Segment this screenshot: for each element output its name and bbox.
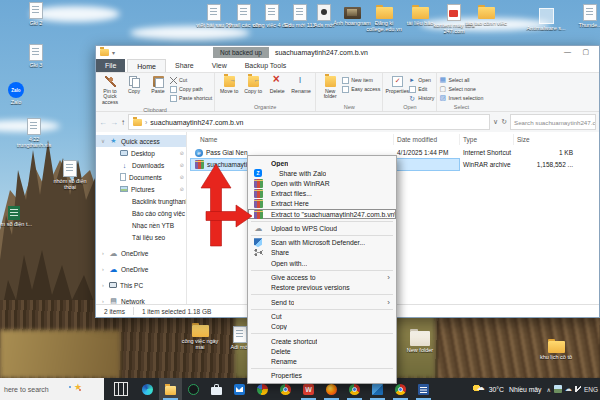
context-menu-item[interactable]: Give access to › [248,272,396,282]
chevron-icon[interactable]: › [100,266,106,272]
context-menu-item[interactable] [251,368,393,369]
paste-shortcut-button[interactable]: Paste shortcut [170,94,212,102]
paste-button[interactable]: Paste [146,74,170,94]
copy-button[interactable]: Copy [122,74,146,94]
open-button[interactable]: Open [409,76,434,84]
edit-button[interactable]: Edit [409,85,434,93]
sidebar-item-network[interactable]: › Network [96,295,186,304]
desktop-shortcut[interactable]: tào tạo công việc [464,4,508,26]
breadcrumb-path[interactable]: suachuamaytinh247.com.b.vn [150,119,243,126]
sidebar-item-this-pc[interactable]: › This PC [96,279,186,291]
breadcrumb[interactable]: › suachuamaytinh247.com.b.vn [128,114,490,130]
minimize-button[interactable]: — [564,48,571,55]
rename-button[interactable]: Rename [289,74,313,94]
chevron-icon[interactable]: › [100,250,106,256]
context-menu-item[interactable]: Extract files... [248,189,396,199]
desktop-shortcut[interactable]: Gki 3 [14,44,58,68]
context-menu-item[interactable]: Open with WinRAR [248,178,396,188]
sidebar-item-documents[interactable]: Documents ⊘ [96,171,186,183]
copy-to-button[interactable]: Copy to [241,74,265,94]
select-none-button[interactable]: Select none [439,85,483,93]
weather-condition[interactable]: Nhiều mây [509,386,542,393]
sidebar-item-folder[interactable]: Báo cáo công việc [96,207,186,219]
sidebar-item-quick-access[interactable]: ∨ Quick access [96,135,186,147]
desktop-shortcut[interactable]: Thunde... [568,4,600,28]
desktop-shortcut[interactable]: Zalo [0,82,38,105]
address-dropdown-icon[interactable]: ∨ [493,118,498,126]
context-menu-item[interactable]: Rename [248,356,396,366]
context-menu-item[interactable] [251,270,393,271]
context-menu-item[interactable]: Restore previous versions [248,283,396,293]
context-menu-item[interactable]: Share [248,248,396,258]
quick-access-toolbar[interactable]: ▾ [100,49,115,56]
explorer-icon[interactable] [159,378,182,400]
context-menu-item[interactable]: Upload to WPS Cloud [248,223,396,233]
sidebar-item-onedrive[interactable]: › OneDrive [96,247,186,259]
invert-selection-button[interactable]: Invert selection [439,94,483,102]
language-indicator[interactable]: ENG [584,386,598,393]
maximize-button[interactable]: ▢ [582,48,589,56]
context-menu-item[interactable]: Cut [248,311,396,321]
desktop-shortcut[interactable]: nhóm số điện thoại [48,160,92,191]
context-menu-item[interactable]: Open with... [248,258,396,268]
refresh-icon[interactable]: ↻ [501,118,507,126]
desktop-shortcut[interactable]: khu lịch cô tô [534,338,578,360]
context-menu-item[interactable]: Properties [248,371,396,381]
sidebar-item-folder[interactable]: Tài liệu seo [96,231,186,243]
context-menu-item[interactable]: Send to › [248,297,396,307]
delete-button[interactable]: Delete [265,74,289,94]
desktop-shortcut[interactable]: Gki 2 [14,2,58,26]
history-button[interactable]: History [409,94,434,102]
ribbon-tab[interactable]: Home [127,59,166,72]
back-button[interactable]: ← [99,118,107,127]
sidebar-item-pictures[interactable]: Pictures ⊘ [96,183,186,195]
chevron-icon[interactable]: › [100,282,106,288]
search-input[interactable]: Search suachuamaytinh247.co [510,114,596,130]
tray-expand-icon[interactable] [547,386,551,393]
context-menu-item[interactable] [251,235,393,236]
context-menu-item[interactable]: Delete [248,346,396,356]
chevron-icon[interactable]: ∨ [100,138,106,144]
file-row[interactable]: Pass Giai Nen [195,147,248,158]
new-folder-button[interactable]: New folder [318,74,342,100]
ribbon-tab[interactable]: View [203,59,236,72]
qat-customize-icon[interactable]: ▾ [112,49,115,56]
move-to-button[interactable]: Move to [217,74,241,94]
desktop-shortcut[interactable]: công việc ngày mai [178,322,222,351]
context-menu-item[interactable]: Share with Zalo [248,168,396,178]
edge-icon[interactable] [136,378,159,400]
task-view-button[interactable] [114,382,128,396]
sidebar-item-onedrive-2[interactable]: › OneDrive [96,263,186,275]
backup-status-badge[interactable]: Not backed up [213,47,269,58]
pin-to-quick-access-button[interactable]: Pin to Quick access [98,74,122,106]
title-bar[interactable]: ▾ Not backed up suachuamaytinh247.com.b.… [96,46,599,59]
context-menu-item[interactable] [251,333,393,334]
store-icon[interactable] [205,378,228,400]
context-menu-item[interactable]: Scan with Microsoft Defender... [248,238,396,248]
sidebar-item-desktop[interactable]: Desktop ⊘ [96,147,186,159]
context-menu-item[interactable] [251,309,393,310]
sidebar-item-downloads[interactable]: Downloads ⊘ [96,159,186,171]
context-menu-item[interactable]: Open [248,158,396,168]
easy-access-button[interactable]: Easy access [342,85,380,93]
weather-icon[interactable] [473,385,484,394]
column-header-name[interactable]: Name [197,134,217,145]
new-item-button[interactable]: New item [342,76,380,84]
context-menu-item[interactable] [251,221,393,222]
taskbar-search-input[interactable]: here to search [0,378,104,400]
onedrive-tray-icon[interactable] [565,385,572,393]
sidebar-item-folder[interactable]: Backlink trungthanh [96,195,186,207]
desktop-shortcut[interactable]: 4:22 trungthanh.xls [12,118,56,149]
ribbon-tab[interactable]: Backup Tools [236,59,296,72]
volume-icon[interactable] [575,386,581,392]
select-all-button[interactable]: Select all [439,76,483,84]
properties-button[interactable]: Properties [385,74,409,94]
context-menu-item[interactable]: Copy [248,322,396,332]
sidebar-item-folder[interactable]: Nhạc nền YTB [96,219,186,231]
word-icon[interactable] [412,378,435,400]
forward-button[interactable]: → [110,118,118,127]
desktop-shortcut[interactable]: Antimalware s... [524,8,568,31]
desktop-shortcut[interactable]: têm số điện t... [0,206,36,227]
weather-temp[interactable]: 30°C [489,386,504,393]
cut-button[interactable]: Cut [170,76,212,84]
